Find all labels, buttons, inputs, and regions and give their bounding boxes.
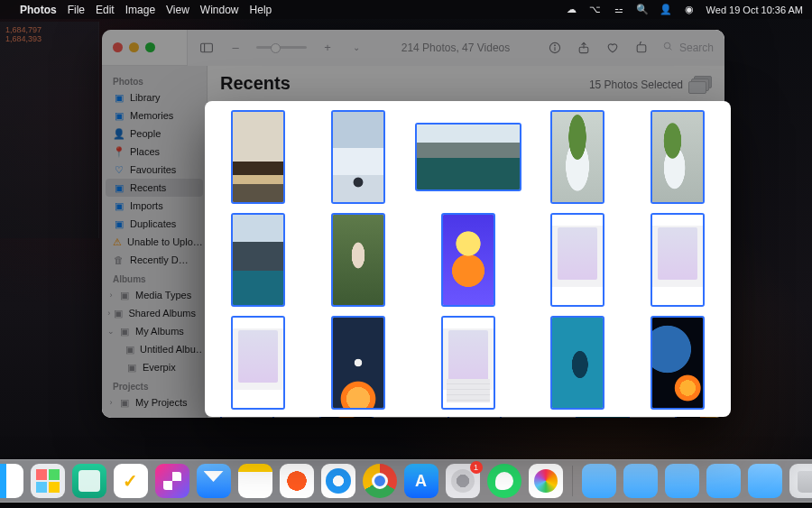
dock-app-shortcuts[interactable] [155, 464, 189, 498]
sidebar-item-everpix[interactable]: ▣Everpix [106, 358, 203, 376]
selection-stack-icon[interactable] [688, 76, 712, 94]
info-icon[interactable] [547, 40, 563, 56]
sidebar-item-favourites[interactable]: ♡Favourites [106, 161, 203, 179]
dock-pictures-folder[interactable] [748, 464, 782, 498]
app-menu[interactable]: Photos [20, 4, 57, 16]
share-icon[interactable] [576, 40, 592, 56]
rectangle-icon: ▣ [125, 344, 134, 356]
aspect-chevron-icon[interactable]: ⌄ [348, 40, 364, 56]
pin-icon: 📍 [113, 146, 125, 158]
dock-trash[interactable] [789, 464, 813, 498]
search-field[interactable]: Search [662, 41, 714, 55]
dock-app-whatsapp[interactable] [487, 464, 521, 498]
dock-desktop-folder[interactable] [665, 464, 699, 498]
dock-app-mail[interactable] [197, 464, 231, 498]
sidebar-item-my-albums[interactable]: ⌄▣My Albums [106, 322, 203, 340]
menu-image[interactable]: Image [125, 4, 155, 16]
zoom-in-icon[interactable]: + [319, 40, 336, 56]
trash-icon: 🗑 [113, 254, 125, 266]
spotlight-icon[interactable]: 🔍 [636, 4, 649, 16]
menu-view[interactable]: View [166, 4, 189, 16]
dock-app-notes[interactable] [238, 464, 272, 498]
sidebar-item-shared-albums[interactable]: ›▣Shared Albums [106, 304, 203, 322]
siri-icon[interactable]: ◉ [683, 4, 696, 16]
chevron-icon: › [107, 291, 115, 300]
users-icon[interactable]: 👤 [660, 4, 672, 16]
dock-app-system-settings[interactable]: 1 [446, 464, 480, 498]
photo-rocket-launch[interactable] [331, 316, 385, 410]
sidebar-item-recently-d-[interactable]: 🗑Recently D… [106, 251, 203, 269]
folder-icon: ▣ [114, 308, 123, 319]
dock-app-calculator[interactable] [72, 464, 106, 498]
photo-autumn-valley[interactable] [231, 110, 285, 204]
dock-downloads-folder[interactable] [582, 464, 616, 498]
folder-icon: ▣ [118, 397, 130, 409]
window-close-button[interactable] [113, 42, 123, 52]
menu-file[interactable]: File [68, 4, 85, 16]
zoom-slider[interactable] [256, 46, 307, 49]
screenshot-phone-plant-1[interactable] [550, 213, 604, 307]
menubar-datetime[interactable]: Wed 19 Oct 10:36 AM [706, 5, 803, 15]
sidebar-item-media-types[interactable]: ›▣Media Types [106, 286, 203, 304]
sidebar-item-memories[interactable]: ▣Memories [106, 106, 203, 125]
window-minimize-button[interactable] [129, 42, 139, 52]
photo-mountain-lake-2[interactable] [231, 213, 285, 307]
screenshot-phone-plant-2[interactable] [651, 213, 705, 307]
dock-documents-folder[interactable] [623, 464, 658, 498]
sidebar-item-people[interactable]: 👤People [106, 125, 203, 143]
sidebar-item-library[interactable]: ▣Library [106, 88, 203, 106]
dock-app-safari[interactable] [321, 464, 355, 498]
sidebar-item-duplicates[interactable]: ▣Duplicates [106, 215, 203, 233]
cloud-icon[interactable]: ☁︎ [566, 4, 578, 16]
sidebar-section-projects: Projects [106, 376, 203, 393]
sidebar: Photos▣Library▣Memories👤People📍Places♡Fa… [102, 66, 208, 418]
code-line: 1,684,393 [5, 34, 93, 43]
sidebar-item-imports[interactable]: ▣Imports [106, 197, 203, 215]
chevron-icon: › [107, 309, 110, 318]
screenshot-phone-keyboard[interactable] [441, 316, 495, 410]
photo-whale[interactable] [550, 316, 604, 410]
photo-naruto[interactable] [441, 213, 495, 307]
menu-window[interactable]: Window [200, 4, 239, 16]
dock-applications-folder[interactable] [706, 464, 741, 498]
search-placeholder: Search [679, 42, 714, 54]
sidebar-item-places[interactable]: 📍Places [106, 143, 203, 161]
person-icon: 👤 [113, 128, 125, 140]
dock-app-launchpad[interactable] [31, 464, 65, 498]
sidebar-item-label: Recently D… [130, 254, 189, 265]
wifi-icon[interactable]: ⚍ [613, 4, 625, 16]
dock-app-chrome[interactable] [363, 464, 397, 498]
clock-icon: ▣ [113, 182, 125, 194]
dock-app-things[interactable] [114, 464, 148, 498]
photo-potted-plant-1[interactable] [550, 110, 604, 204]
sidebar-item-untitled-albu-[interactable]: ▣Untitled Albu… [106, 340, 203, 358]
folder-icon: ▣ [118, 326, 130, 337]
photo-potted-plant-2[interactable] [651, 110, 705, 204]
dock-app-app-store[interactable] [404, 464, 438, 498]
dock-app-brave[interactable] [280, 464, 314, 498]
photo-snowy-road[interactable] [331, 110, 385, 204]
control-center-icon[interactable]: ⌥ [589, 4, 602, 16]
photo-mountain-lake[interactable] [415, 123, 521, 191]
dock: 1 [0, 459, 812, 503]
sidebar-item-label: Unable to Uplo… [127, 236, 203, 247]
zoom-out-icon[interactable]: – [227, 40, 244, 56]
photo-dog[interactable] [331, 213, 385, 307]
screenshot-phone-chat[interactable] [231, 316, 285, 410]
rotate-icon[interactable] [633, 40, 650, 56]
dock-app-photos[interactable] [529, 464, 563, 498]
sidebar-item-unable-to-uplo-[interactable]: ⚠Unable to Uplo… [106, 233, 203, 251]
sidebar-toggle-icon[interactable] [198, 40, 215, 56]
menu-edit[interactable]: Edit [96, 4, 115, 16]
window-fullscreen-button[interactable] [145, 42, 155, 52]
dock-app-finder[interactable] [0, 464, 23, 498]
badge: 1 [470, 461, 483, 474]
sidebar-item-recents[interactable]: ▣Recents [106, 179, 203, 197]
favourite-icon[interactable] [604, 40, 621, 56]
heart-icon: ♡ [113, 164, 125, 176]
menu-help[interactable]: Help [250, 4, 272, 16]
warning-icon: ⚠ [113, 236, 122, 248]
search-icon [662, 41, 674, 55]
sidebar-item-my-projects[interactable]: ›▣My Projects [106, 393, 203, 411]
photo-spaceship[interactable] [651, 316, 705, 410]
